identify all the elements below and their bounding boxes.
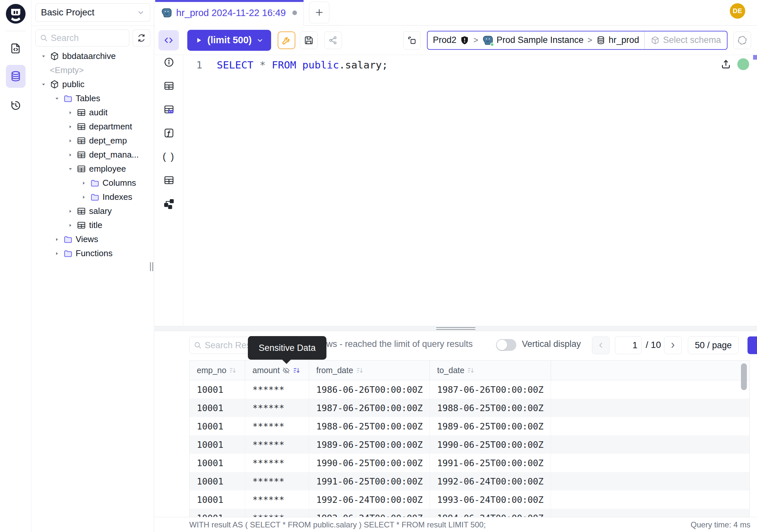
table-cell[interactable]: 1990-06-25T00:00:00Z	[430, 435, 551, 454]
table-scrollbar-thumb[interactable]	[741, 363, 747, 390]
worksheet-nav-button[interactable]	[6, 39, 25, 58]
table-row[interactable]: 10001******1990-06-25T00:00:00Z1991-06-2…	[190, 454, 749, 472]
drag-handle-icon[interactable]	[436, 327, 475, 331]
table-cell[interactable]: 1987-06-26T00:00:00Z	[309, 399, 430, 417]
column-header-from_date[interactable]: from_date	[309, 361, 430, 380]
connection-breadcrumb[interactable]: Prod2 > Prod Sample Instance > hr_prod S…	[427, 31, 728, 50]
caret-right-icon[interactable]	[67, 123, 76, 130]
table-cell[interactable]: 1992-06-24T00:00:00Z	[430, 472, 551, 490]
table-cell[interactable]: 1987-06-26T00:00:00Z	[430, 380, 551, 399]
table-cell[interactable]: ******	[245, 509, 309, 517]
caret-right-icon[interactable]	[67, 151, 76, 159]
caret-right-icon[interactable]	[80, 194, 90, 201]
table-row[interactable]: 10001******1986-06-26T00:00:00Z1987-06-2…	[190, 380, 749, 399]
table-cell[interactable]: ******	[245, 472, 309, 490]
table-row[interactable]: 10001******1991-06-25T00:00:00Z1992-06-2…	[190, 472, 749, 490]
table-row[interactable]: 10001******1988-06-25T00:00:00Z1989-06-2…	[190, 417, 749, 435]
save-sheet-button[interactable]	[300, 31, 318, 49]
caret-right-icon[interactable]	[53, 250, 63, 257]
table-cell[interactable]: 10001	[190, 454, 245, 472]
select-schema-button[interactable]: Select schema	[644, 31, 727, 49]
share-button[interactable]	[324, 31, 342, 49]
table-cell[interactable]: 1988-06-25T00:00:00Z	[309, 417, 430, 435]
tree-item-bbdataarchive[interactable]: bbdataarchive	[31, 49, 154, 63]
functions-button[interactable]	[160, 126, 178, 140]
table-cell[interactable]: ******	[245, 454, 309, 472]
table-cell[interactable]: 1993-06-24T00:00:00Z	[309, 509, 430, 517]
info-button[interactable]	[160, 56, 178, 69]
sidebar-search-input[interactable]	[51, 33, 125, 43]
table-cell[interactable]: 10001	[190, 380, 245, 399]
caret-right-icon[interactable]	[67, 208, 76, 215]
table-cell[interactable]: ******	[245, 435, 309, 454]
table-cell[interactable]: ******	[245, 417, 309, 435]
caret-down-icon[interactable]	[40, 81, 50, 88]
refresh-button[interactable]	[133, 29, 150, 47]
tables-button[interactable]	[160, 79, 178, 92]
history-nav-button[interactable]	[6, 96, 25, 115]
caret-down-icon[interactable]	[53, 95, 63, 102]
table-cell[interactable]: 1989-06-25T00:00:00Z	[309, 435, 430, 454]
caret-right-icon[interactable]	[53, 236, 63, 243]
table-cell[interactable]: 1994-06-24T00:00:00Z	[430, 509, 551, 517]
tree-item-views[interactable]: Views	[31, 232, 154, 246]
table-row[interactable]: 10001******1989-06-25T00:00:00Z1990-06-2…	[190, 435, 749, 454]
vertical-display-toggle[interactable]	[496, 339, 516, 351]
column-header-amount[interactable]: amount	[245, 361, 309, 380]
panel-splitter[interactable]	[155, 326, 757, 331]
caret-right-icon[interactable]	[67, 222, 76, 229]
tree-item-department[interactable]: department	[31, 120, 154, 134]
caret-right-icon[interactable]	[67, 137, 76, 144]
column-header-to_date[interactable]: to_date	[430, 361, 551, 380]
run-query-button[interactable]: (limit 500)	[187, 30, 271, 51]
new-tab-button[interactable]	[309, 2, 329, 23]
database-nav-button[interactable]	[6, 65, 25, 88]
caret-right-icon[interactable]	[80, 179, 90, 187]
tree-item-title[interactable]: title	[31, 218, 154, 232]
tree-item-employee[interactable]: employee	[31, 162, 154, 176]
tree-item-dept-mana[interactable]: dept_mana...	[31, 148, 154, 162]
table-cell[interactable]: 1993-06-24T00:00:00Z	[430, 490, 551, 509]
sequences-button[interactable]	[160, 173, 178, 187]
table-row[interactable]: 10001******1993-06-24T00:00:00Z1994-06-2…	[190, 509, 749, 517]
table-cell[interactable]: 1988-06-25T00:00:00Z	[430, 399, 551, 417]
sort-icon[interactable]	[356, 366, 364, 374]
caret-down-icon[interactable]	[40, 53, 50, 60]
schema-diagram-button[interactable]	[160, 197, 178, 210]
sort-icon[interactable]	[467, 366, 475, 374]
table-cell[interactable]: 1989-06-25T00:00:00Z	[430, 417, 551, 435]
tree-item-public[interactable]: public	[31, 77, 154, 91]
column-header-emp_no[interactable]: emp_no	[190, 361, 245, 380]
table-row[interactable]: 10001******1992-06-24T00:00:00Z1993-06-2…	[190, 490, 749, 509]
table-cell[interactable]: ******	[245, 490, 309, 509]
table-cell[interactable]: ******	[245, 380, 309, 399]
caret-right-icon[interactable]	[67, 109, 76, 116]
external-tables-button[interactable]	[160, 103, 178, 116]
tree-item-columns[interactable]: Columns	[31, 176, 154, 190]
ai-assistant-button[interactable]	[733, 31, 751, 49]
caret-down-icon[interactable]	[67, 166, 76, 172]
sidebar-resize-handle[interactable]	[150, 262, 153, 271]
tree-item-audit[interactable]: audit	[31, 106, 154, 120]
tree-item-salary[interactable]: salary	[31, 204, 154, 218]
sort-icon[interactable]	[229, 366, 237, 374]
sql-editor[interactable]: 1 SELECT * FROM public.salary;	[183, 55, 757, 326]
table-cell[interactable]: 1991-06-25T00:00:00Z	[309, 472, 430, 490]
table-cell[interactable]: ******	[245, 399, 309, 417]
table-cell[interactable]: 10001	[190, 435, 245, 454]
prev-page-button[interactable]	[592, 336, 610, 354]
user-avatar[interactable]: DE	[730, 3, 745, 19]
tree-item-empty[interactable]: <Empty>	[31, 63, 154, 77]
upload-sql-button[interactable]	[720, 59, 732, 70]
table-cell[interactable]: 10001	[190, 490, 245, 509]
table-cell[interactable]: 10001	[190, 509, 245, 517]
export-button-clipped[interactable]	[747, 336, 757, 354]
table-cell[interactable]: 1991-06-25T00:00:00Z	[430, 454, 551, 472]
worksheet-panel-toggle[interactable]	[159, 30, 179, 50]
procedures-button[interactable]: ( )	[160, 150, 178, 163]
tab-hr-prod[interactable]: hr_prod 2024-11-22 16:49	[155, 0, 304, 25]
project-select[interactable]: Basic Project	[35, 3, 150, 22]
table-cell[interactable]: 10001	[190, 417, 245, 435]
page-number-input[interactable]	[615, 336, 642, 354]
table-cell[interactable]: 10001	[190, 472, 245, 490]
